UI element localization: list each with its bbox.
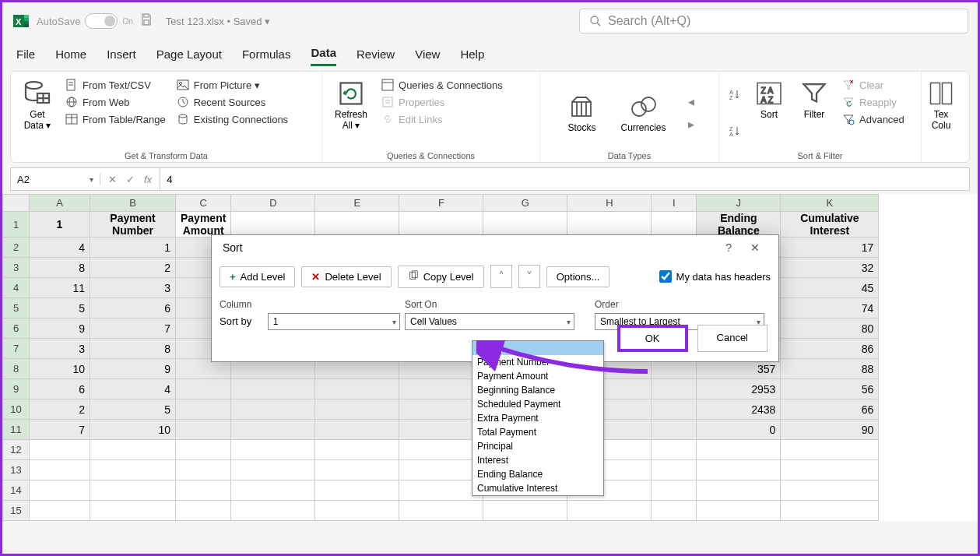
cell[interactable]: [231, 440, 315, 460]
options-button[interactable]: Options...: [546, 266, 610, 287]
cell[interactable]: [652, 399, 697, 420]
row-header-12[interactable]: 12: [3, 440, 30, 460]
tab-home[interactable]: Home: [55, 43, 86, 65]
row-header-9[interactable]: 9: [3, 379, 30, 399]
cell[interactable]: [231, 460, 315, 480]
cell[interactable]: [781, 440, 879, 460]
cell[interactable]: Payment Amount: [176, 212, 231, 238]
cell[interactable]: [652, 212, 697, 238]
dropdown-item[interactable]: Extra Payment: [472, 411, 603, 425]
cell[interactable]: [90, 501, 176, 521]
cell[interactable]: 11: [30, 278, 90, 298]
dropdown-item[interactable]: Payment Amount: [472, 369, 603, 383]
from-text-csv-button[interactable]: From Text/CSV: [65, 76, 166, 93]
cell[interactable]: [231, 379, 315, 399]
cell[interactable]: 8: [30, 258, 90, 278]
cell[interactable]: [231, 501, 315, 521]
row-header-1[interactable]: 1: [3, 212, 30, 238]
help-icon[interactable]: ?: [718, 238, 739, 257]
formula-input[interactable]: 4: [160, 168, 969, 190]
recent-sources-button[interactable]: Recent Sources: [177, 93, 288, 111]
cell[interactable]: [399, 440, 483, 460]
select-all-corner[interactable]: [3, 195, 30, 212]
cell[interactable]: 6: [30, 379, 90, 399]
col-header-F[interactable]: F: [399, 195, 483, 212]
chevron-down-icon[interactable]: ▾: [90, 175, 93, 184]
cancel-button[interactable]: Cancel: [697, 325, 767, 352]
cell[interactable]: [176, 480, 231, 501]
cell[interactable]: 4: [90, 379, 176, 399]
cell[interactable]: [399, 212, 483, 238]
cell[interactable]: 56: [781, 379, 879, 399]
cell[interactable]: [781, 501, 879, 521]
cell[interactable]: 8: [90, 339, 176, 359]
cell[interactable]: [567, 212, 652, 238]
col-header-C[interactable]: C: [176, 195, 231, 212]
cell[interactable]: Payment Number: [90, 212, 176, 238]
delete-level-button[interactable]: ✕Delete Level: [301, 266, 391, 287]
col-header-I[interactable]: I: [652, 195, 697, 212]
sortby-select[interactable]: 1▾: [268, 313, 400, 330]
cell[interactable]: [399, 460, 483, 480]
cell[interactable]: [90, 480, 176, 501]
close-icon[interactable]: ✕: [743, 238, 767, 257]
cell[interactable]: [697, 460, 781, 480]
move-up-button[interactable]: ˄: [490, 265, 512, 288]
sort-asc-button[interactable]: AZ: [729, 86, 741, 104]
cell[interactable]: [483, 212, 567, 238]
cell[interactable]: 0: [697, 420, 781, 440]
cell[interactable]: [399, 501, 483, 521]
cell[interactable]: [231, 480, 315, 501]
dropdown-item[interactable]: Beginning Balance: [472, 383, 603, 397]
tab-formulas[interactable]: Formulas: [242, 43, 291, 65]
cell[interactable]: 5: [30, 298, 90, 318]
sort-button[interactable]: Z AA Z Sort: [752, 76, 786, 150]
cell[interactable]: [652, 379, 697, 399]
tab-insert[interactable]: Insert: [107, 43, 136, 65]
chevron-right-icon[interactable]: ▸: [688, 117, 694, 132]
cell[interactable]: [231, 399, 315, 420]
tab-file[interactable]: File: [16, 43, 35, 65]
cell[interactable]: 17: [781, 238, 879, 258]
cell[interactable]: [697, 440, 781, 460]
copy-level-button[interactable]: Copy Level: [398, 266, 484, 288]
enter-formula-icon[interactable]: ✓: [123, 172, 138, 187]
col-header-A[interactable]: A: [30, 195, 90, 212]
col-header-D[interactable]: D: [231, 195, 315, 212]
cell[interactable]: Ending Balance: [697, 212, 781, 238]
cell[interactable]: 1: [30, 212, 90, 238]
text-to-columns-button[interactable]: Tex Colu: [931, 76, 951, 134]
cell[interactable]: 88: [781, 359, 879, 379]
tab-page-layout[interactable]: Page Layout: [156, 43, 222, 65]
cell[interactable]: 3: [90, 278, 176, 298]
cell[interactable]: 2: [30, 399, 90, 420]
cell[interactable]: 9: [90, 359, 176, 379]
get-data-button[interactable]: Get Data ▾: [20, 76, 54, 150]
dropdown-item[interactable]: Cumulative Interest: [472, 481, 603, 495]
col-header-H[interactable]: H: [567, 195, 652, 212]
cell[interactable]: 66: [781, 399, 879, 420]
cell[interactable]: Cumulative Interest: [781, 212, 879, 238]
from-picture-button[interactable]: From Picture ▾: [177, 76, 288, 93]
cell[interactable]: [231, 212, 315, 238]
add-level-button[interactable]: +Add Level: [220, 266, 295, 287]
cell[interactable]: [697, 501, 781, 521]
chevron-left-icon[interactable]: ◂: [688, 94, 694, 109]
cell[interactable]: [176, 420, 231, 440]
cell[interactable]: 10: [30, 359, 90, 379]
cell[interactable]: [30, 501, 90, 521]
cell[interactable]: [652, 440, 697, 460]
cell[interactable]: [652, 501, 697, 521]
cell[interactable]: 3: [30, 339, 90, 359]
row-header-2[interactable]: 2: [3, 238, 30, 258]
cell[interactable]: [781, 460, 879, 480]
col-header-B[interactable]: B: [90, 195, 176, 212]
cell[interactable]: [652, 420, 697, 440]
cell[interactable]: 6: [90, 298, 176, 318]
cell[interactable]: [315, 480, 399, 501]
from-table-range-button[interactable]: From Table/Range: [65, 111, 166, 128]
cell[interactable]: 2953: [697, 379, 781, 399]
row-header-13[interactable]: 13: [3, 460, 30, 480]
cell[interactable]: [315, 440, 399, 460]
dropdown-item[interactable]: Scheduled Payment: [472, 397, 603, 411]
